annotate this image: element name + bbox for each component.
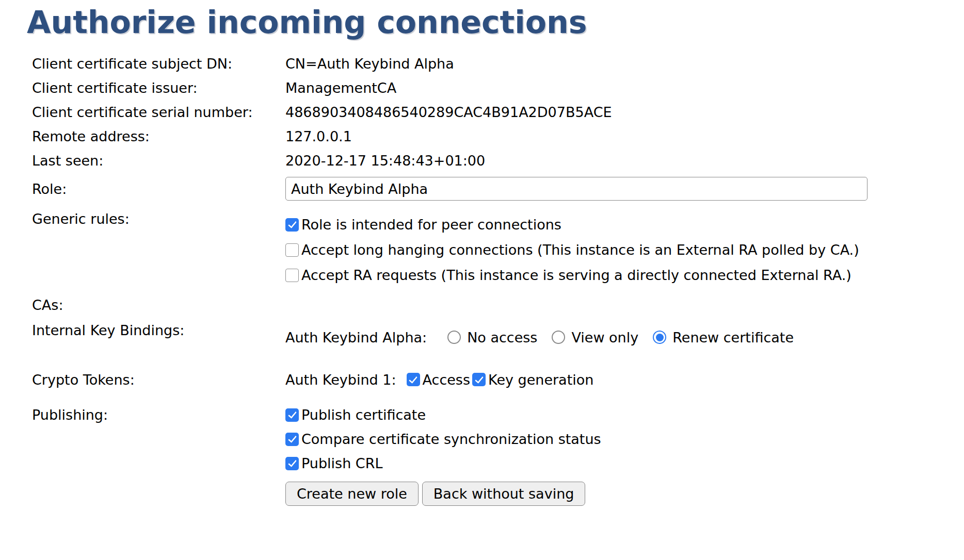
role-label: Role: xyxy=(32,182,285,196)
key-generation-checkbox[interactable] xyxy=(472,373,486,386)
publish-crl-checkbox[interactable] xyxy=(285,457,299,470)
long-hanging-connections-checkbox-label: Accept long hanging connections (This in… xyxy=(301,243,859,257)
no-access-radio-label: No access xyxy=(467,331,537,344)
internal-key-bindings-row: Internal Key Bindings: Auth Keybind Alph… xyxy=(32,323,964,351)
create-new-role-button[interactable]: Create new role xyxy=(285,482,419,506)
key-binding-item-label: Auth Keybind Alpha: xyxy=(285,331,427,344)
generic-rule-peer-connections[interactable]: Role is intended for peer connections xyxy=(285,212,964,237)
compare-certificate-sync-checkbox-label: Compare certificate synchronization stat… xyxy=(301,432,601,446)
compare-certificate-sync-checkbox[interactable] xyxy=(285,433,299,446)
cas-row: CAs: xyxy=(32,293,964,317)
long-hanging-connections-checkbox[interactable] xyxy=(285,243,299,257)
last-seen-value: 2020-12-17 15:48:43+01:00 xyxy=(285,154,964,168)
view-only-radio[interactable] xyxy=(552,331,565,344)
serial-number-label: Client certificate serial number: xyxy=(32,105,285,119)
detail-row-subject-dn: Client certificate subject DN: CN=Auth K… xyxy=(32,52,964,76)
publish-certificate-option[interactable]: Publish certificate xyxy=(285,403,964,427)
accept-ra-requests-checkbox[interactable] xyxy=(285,269,299,282)
generic-rule-accept-ra-requests[interactable]: Accept RA requests (This instance is ser… xyxy=(285,262,964,288)
form-actions-row: Create new role Back without saving xyxy=(32,482,964,506)
remote-address-value: 127.0.0.1 xyxy=(285,129,964,143)
serial-number-value: 4868903408486540289CAC4B91A2D07B5ACE xyxy=(285,105,964,119)
remote-address-label: Remote address: xyxy=(32,129,285,143)
crypto-token-item-label: Auth Keybind 1: xyxy=(285,373,396,387)
radio-option-no-access[interactable]: No access xyxy=(447,331,537,344)
issuer-value: ManagementCA xyxy=(285,81,964,95)
generic-rules-row: Generic rules: Role is intended for peer… xyxy=(32,212,964,288)
peer-connections-checkbox-label: Role is intended for peer connections xyxy=(301,218,561,232)
authorize-incoming-connections-page: Authorize incoming connections Client ce… xyxy=(0,5,964,506)
view-only-radio-label: View only xyxy=(571,331,638,344)
crypto-token-access-option[interactable]: Access xyxy=(407,373,470,387)
publish-crl-option[interactable]: Publish CRL xyxy=(285,451,964,475)
publish-certificate-checkbox-label: Publish certificate xyxy=(301,408,426,422)
authorization-form: Client certificate subject DN: CN=Auth K… xyxy=(32,52,964,506)
renew-certificate-radio[interactable] xyxy=(653,331,666,344)
back-without-saving-button[interactable]: Back without saving xyxy=(422,482,586,506)
subject-dn-value: CN=Auth Keybind Alpha xyxy=(285,57,964,71)
access-checkbox[interactable] xyxy=(407,373,420,386)
publish-crl-checkbox-label: Publish CRL xyxy=(301,456,382,470)
detail-row-last-seen: Last seen: 2020-12-17 15:48:43+01:00 xyxy=(32,149,964,173)
crypto-tokens-label: Crypto Tokens: xyxy=(32,367,285,387)
access-checkbox-label: Access xyxy=(423,373,470,387)
crypto-token-key-generation-option[interactable]: Key generation xyxy=(472,373,593,387)
detail-row-issuer: Client certificate issuer: ManagementCA xyxy=(32,76,964,100)
detail-row-serial-number: Client certificate serial number: 486890… xyxy=(32,100,964,124)
role-input[interactable] xyxy=(285,177,867,201)
crypto-tokens-row: Crypto Tokens: Auth Keybind 1: Access Ke… xyxy=(32,367,964,392)
peer-connections-checkbox[interactable] xyxy=(285,218,299,232)
no-access-radio[interactable] xyxy=(447,331,461,344)
detail-row-remote-address: Remote address: 127.0.0.1 xyxy=(32,124,964,149)
radio-option-view-only[interactable]: View only xyxy=(552,331,638,344)
role-row: Role: xyxy=(32,173,964,205)
page-title: Authorize incoming connections xyxy=(27,5,964,39)
issuer-label: Client certificate issuer: xyxy=(32,81,285,95)
cas-label: CAs: xyxy=(32,298,285,312)
publishing-row: Publishing: Publish certificate Compare … xyxy=(32,403,964,475)
accept-ra-requests-checkbox-label: Accept RA requests (This instance is ser… xyxy=(301,268,851,282)
key-generation-checkbox-label: Key generation xyxy=(488,373,593,387)
renew-certificate-radio-label: Renew certificate xyxy=(672,331,794,344)
publish-certificate-checkbox[interactable] xyxy=(285,408,299,422)
generic-rule-long-hanging-connections[interactable]: Accept long hanging connections (This in… xyxy=(285,237,964,262)
internal-key-bindings-label: Internal Key Bindings: xyxy=(32,323,285,337)
publishing-label: Publishing: xyxy=(32,403,285,422)
generic-rules-label: Generic rules: xyxy=(32,212,285,226)
compare-certificate-sync-option[interactable]: Compare certificate synchronization stat… xyxy=(285,427,964,451)
last-seen-label: Last seen: xyxy=(32,154,285,168)
radio-option-renew-certificate[interactable]: Renew certificate xyxy=(653,331,794,344)
subject-dn-label: Client certificate subject DN: xyxy=(32,57,285,71)
